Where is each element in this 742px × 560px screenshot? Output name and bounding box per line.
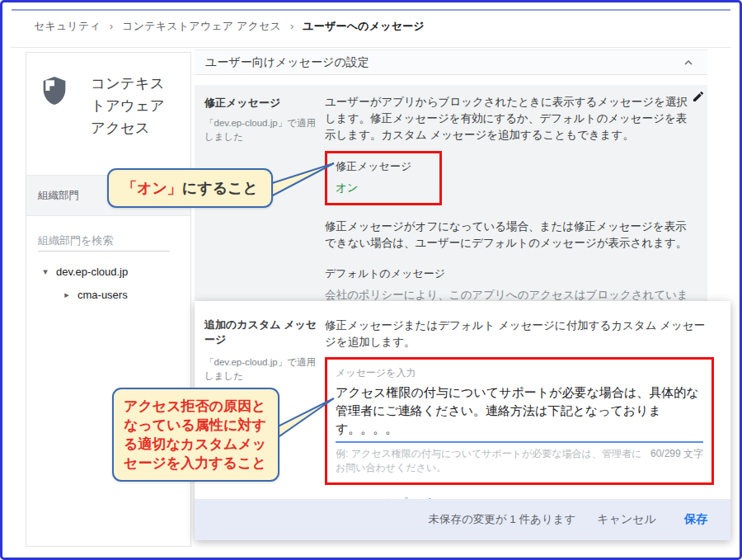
annotation-rest-text: にすること bbox=[182, 180, 258, 196]
settings-section-title: ユーザー向けメッセージの設定 bbox=[195, 55, 369, 70]
breadcrumb-divider bbox=[11, 47, 731, 48]
annotation-on-callout: 「オン」にすること bbox=[107, 168, 273, 208]
annotation-highlight-text: 「オン」 bbox=[122, 180, 182, 196]
breadcrumb-context-aware-access[interactable]: コンテキストアウェア アクセス bbox=[122, 20, 281, 32]
unsaved-changes-text: 未保存の変更が 1 件あります bbox=[428, 512, 575, 527]
sidebar-title: コンテキストアウェア アクセス bbox=[91, 73, 167, 175]
remediation-status-highlight-box: 修正メッセージ オン bbox=[325, 151, 442, 205]
shield-icon bbox=[38, 73, 71, 175]
remediation-label: 修正メッセージ bbox=[204, 96, 325, 111]
tree-item-label: dev.ep-cloud.jp bbox=[56, 266, 128, 278]
input-example-hint: 例: アクセス権限の付与についてサポートが必要な場合は、管理者にお問い合わせくだ… bbox=[336, 447, 647, 475]
remediation-description: ユーザーがアプリからブロックされたときに表示するメッセージを選択します。修正メッ… bbox=[325, 94, 697, 144]
breadcrumb-user-messages: ユーザーへのメッセージ bbox=[303, 20, 425, 32]
tree-item-root[interactable]: ▾ dev.ep-cloud.jp bbox=[26, 260, 190, 283]
cancel-button[interactable]: キャンセル bbox=[597, 512, 656, 527]
edit-pencil-icon[interactable] bbox=[692, 90, 705, 103]
top-accent-line bbox=[12, 9, 730, 11]
admin-console-screenshot: セキュリティ › コンテキストアウェア アクセス › ユーザーへのメッセージ コ… bbox=[0, 0, 742, 560]
remediation-body-column: ユーザーがアプリからブロックされたときに表示するメッセージを選択します。修正メッ… bbox=[325, 85, 706, 301]
custom-message-input[interactable]: アクセス権限の付与についてサポートが必要な場合は、具体的な管理者にご連絡ください… bbox=[336, 384, 703, 443]
custom-description: 修正メッセージまたはデフォルト メッセージに付加するカスタム メッセージを追加し… bbox=[325, 318, 712, 351]
org-search-input[interactable] bbox=[38, 233, 170, 252]
default-message-label: デフォルトのメッセージ bbox=[325, 266, 706, 281]
applied-scope-note: 「dev.ep-cloud.jp」で適用しました bbox=[204, 355, 320, 384]
caret-down-icon[interactable]: ▾ bbox=[40, 266, 51, 277]
org-unit-label: 組織部門 bbox=[38, 189, 79, 203]
org-search bbox=[38, 233, 179, 252]
remediation-status-value: オン bbox=[336, 181, 439, 195]
chevron-up-icon[interactable] bbox=[681, 55, 696, 70]
message-input-label: メッセージを入力 bbox=[336, 366, 703, 380]
remediation-off-note: 修正メッセージがオフになっている場合、または修正メッセージを表示できない場合は、… bbox=[325, 219, 697, 252]
breadcrumb: セキュリティ › コンテキストアウェア アクセス › ユーザーへのメッセージ bbox=[34, 19, 425, 34]
save-button[interactable]: 保存 bbox=[684, 512, 707, 527]
applied-scope-note: 「dev.ep-cloud.jp」で適用しました bbox=[204, 116, 320, 145]
breadcrumb-separator: › bbox=[110, 20, 114, 32]
sidebar-header: コンテキストアウェア アクセス bbox=[26, 53, 190, 175]
settings-section-header: ユーザー向けメッセージの設定 bbox=[195, 49, 707, 75]
tree-item-child[interactable]: ▸ cma-users bbox=[26, 283, 190, 306]
annotation-message-callout: アクセス拒否の原因となっている属性に対する適切なカスタムメッセージを入力すること bbox=[112, 388, 279, 482]
callout-tail bbox=[266, 159, 337, 200]
input-hint-row: 例: アクセス権限の付与についてサポートが必要な場合は、管理者にお問い合わせくだ… bbox=[336, 447, 703, 475]
caret-right-icon[interactable]: ▸ bbox=[61, 289, 73, 300]
callout-tail bbox=[271, 392, 337, 443]
breadcrumb-security[interactable]: セキュリティ bbox=[34, 20, 101, 32]
org-tree: ▾ dev.ep-cloud.jp ▸ cma-users bbox=[26, 260, 190, 306]
char-counter: 60/299 文字 bbox=[650, 447, 703, 475]
custom-message-label: 追加のカスタム メッセージ bbox=[204, 318, 322, 347]
breadcrumb-separator: › bbox=[290, 20, 294, 32]
remediation-status-label: 修正メッセージ bbox=[336, 159, 439, 174]
tree-item-label: cma-users bbox=[77, 289, 128, 301]
custom-input-highlight-box: メッセージを入力 アクセス権限の付与についてサポートが必要な場合は、具体的な管理… bbox=[325, 357, 714, 485]
card-footer-bar: 未保存の変更が 1 件あります キャンセル 保存 bbox=[195, 499, 730, 540]
